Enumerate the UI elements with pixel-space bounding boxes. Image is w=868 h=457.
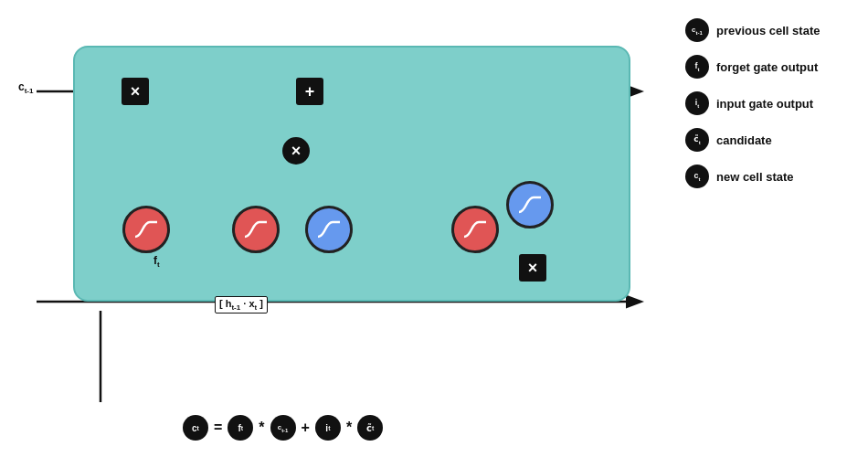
plus-op: + [296,78,323,105]
formula-plus: + [302,420,310,436]
legend-circle-it: it [685,91,709,115]
c-t-minus1-label: ct-1 [18,80,33,95]
formula-ft: ft [228,415,253,441]
formula-ct-minus1: ct-1 [270,415,296,441]
legend-label-c-prev: previous cell state [716,24,820,37]
formula-ct: ct [183,415,208,441]
output-multiply: × [519,254,546,282]
formula-row: ct = ft * ct-1 + it * c̃t [183,415,383,441]
legend-circle-candidate: c̃t [685,128,709,152]
input-gate-sigmoid [232,206,280,253]
candidate-sigmoid [305,206,353,253]
legend-circle-c-prev: ct-1 [685,18,709,42]
legend-item-ct: ct new cell state [685,165,859,188]
legend: ct-1 previous cell state ft forget gate … [685,18,859,201]
output-gate-sigmoid [451,206,499,253]
concat-label: [ ht-1 · xt ] [215,296,268,314]
legend-item-candidate: c̃t candidate [685,128,859,152]
new-state-sigmoid [506,181,554,228]
formula-times1: * [259,420,264,436]
legend-label-candidate: candidate [716,133,772,147]
legend-item-ft: ft forget gate output [685,55,859,79]
input-candidate-multiply: × [282,137,310,165]
formula-ctilde: c̃t [357,415,383,441]
formula-times2: * [346,420,352,436]
legend-item-c-prev: ct-1 previous cell state [685,18,859,42]
legend-label-ct: new cell state [716,170,794,184]
formula-equals: = [214,420,222,436]
formula-it: it [315,415,341,441]
legend-item-it: it input gate output [685,91,859,115]
forget-gate-sigmoid [122,206,170,253]
ft-label: ft [153,254,160,269]
lstm-diagram: ct-1 × + × ft × [ ht-1 · xt ] [18,18,658,402]
legend-label-ft: forget gate output [716,60,818,74]
legend-circle-ct: ct [685,165,709,188]
forget-gate-multiply: × [122,78,149,105]
legend-circle-ft: ft [685,55,709,79]
legend-label-it: input gate output [716,97,813,111]
